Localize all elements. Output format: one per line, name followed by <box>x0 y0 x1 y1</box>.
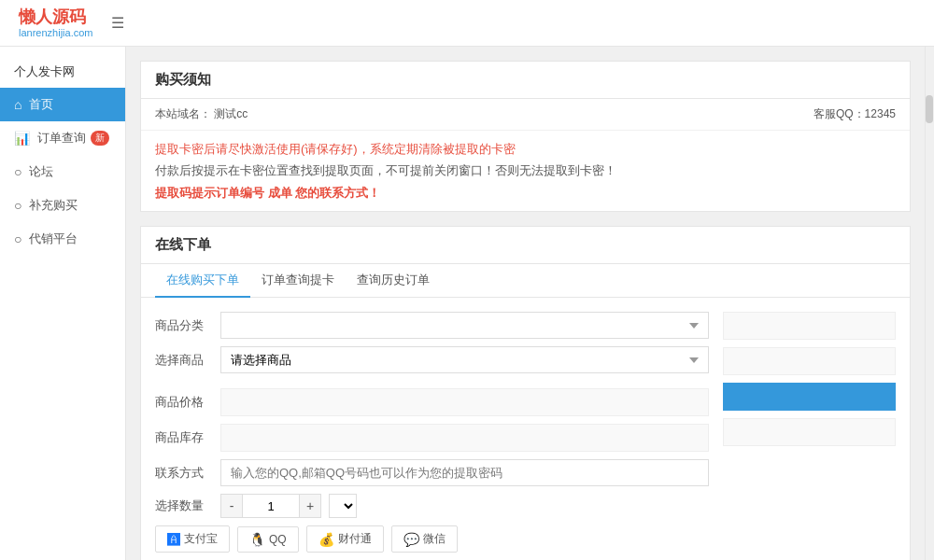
content-area: 购买须知 本站域名： 测试cc 客服QQ：12345 提取卡密后请尽快激活使用(… <box>126 47 925 560</box>
contact-input[interactable] <box>220 459 709 486</box>
sidebar-item-label: 代销平台 <box>29 231 78 247</box>
alipay-label: 支付宝 <box>184 531 218 547</box>
main-layout: 个人发卡网 ⌂ 首页 📊 订单查询 新 ○ 论坛 ○ 补充购买 ○ 代销平台 购… <box>0 47 934 560</box>
sidebar-item-orders[interactable]: 📊 订单查询 新 <box>0 121 125 155</box>
wechat-label: 微信 <box>423 531 446 547</box>
ttypay-btn[interactable]: 💰 财付通 <box>306 525 384 553</box>
order-section-title: 在线下单 <box>141 227 910 264</box>
notice-highlight1: 提取码提示订单编号 成单 您的联系方式！ <box>155 182 896 203</box>
sidebar-item-label: 论坛 <box>29 163 53 180</box>
contact-row: 联系方式 <box>155 459 709 486</box>
forum-icon: ○ <box>14 164 21 179</box>
wechat-btn[interactable]: 💬 微信 <box>391 525 458 553</box>
category-select[interactable] <box>220 312 709 339</box>
payment-row: 🅰 支付宝 🐧 QQ 💰 财付通 💬 微 <box>155 525 709 553</box>
site-value: 测试cc <box>214 107 248 120</box>
alipay-btn[interactable]: 🅰 支付宝 <box>155 525 230 553</box>
notice-title: 购买须知 <box>141 62 910 99</box>
product-select[interactable]: 请选择商品 <box>220 346 709 373</box>
qty-label: 选择数量 <box>155 497 220 514</box>
product-label: 选择商品 <box>155 352 220 369</box>
notice-section: 购买须知 本站域名： 测试cc 客服QQ：12345 提取卡密后请尽快激活使用(… <box>140 61 911 212</box>
resale-icon: ○ <box>14 231 21 246</box>
supplement-icon: ○ <box>14 198 21 213</box>
sidebar-item-label: 订单查询 <box>37 130 86 147</box>
qty-unit-select[interactable] <box>329 494 357 518</box>
menu-icon[interactable]: ☰ <box>111 14 124 32</box>
alipay-icon: 🅰 <box>167 532 180 547</box>
qq-btn[interactable]: 🐧 QQ <box>237 526 299 553</box>
right-input2 <box>723 347 896 375</box>
site-label: 本站域名： <box>155 107 211 120</box>
sidebar-item-home[interactable]: ⌂ 首页 <box>0 88 125 121</box>
sidebar-item-forum[interactable]: ○ 论坛 <box>0 155 125 189</box>
notice-info1: 付款后按提示在卡密位置查找到提取页面，不可提前关闭窗口！否则无法提取到卡密！ <box>155 160 896 181</box>
qty-minus-btn[interactable]: - <box>220 494 243 518</box>
qty-plus-btn[interactable]: + <box>299 494 321 518</box>
chart-icon: 📊 <box>14 131 30 146</box>
tab-check-order[interactable]: 订单查询提卡 <box>250 264 346 298</box>
scrollbar[interactable] <box>925 47 934 560</box>
sidebar-item-resale[interactable]: ○ 代销平台 <box>0 222 125 256</box>
contact-label: 联系方式 <box>155 465 220 482</box>
notice-info-bar: 本站域名： 测试cc 客服QQ：12345 <box>141 99 910 131</box>
site-name-label: 本站域名： 测试cc <box>155 106 248 122</box>
order-section: 在线下单 在线购买下单 订单查询提卡 查询历史订单 <box>140 226 911 560</box>
sidebar: 个人发卡网 ⌂ 首页 📊 订单查询 新 ○ 论坛 ○ 补充购买 ○ 代销平台 <box>0 47 126 560</box>
home-icon: ⌂ <box>14 97 21 112</box>
price-value <box>220 388 709 416</box>
right-input1 <box>723 312 896 340</box>
scroll-thumb[interactable] <box>926 95 933 123</box>
notice-text-block: 提取卡密后请尽快激活使用(请保存好)，系统定期清除被提取的卡密 付款后按提示在卡… <box>141 131 910 211</box>
qty-input[interactable] <box>243 494 299 518</box>
orders-badge: 新 <box>91 131 109 146</box>
sidebar-item-label: 补充购买 <box>29 197 78 214</box>
sidebar-item-supplement[interactable]: ○ 补充购买 <box>0 189 125 222</box>
stock-label: 商品库存 <box>155 429 220 446</box>
qq-label: QQ <box>269 533 287 546</box>
sidebar-section-title: 个人发卡网 <box>0 56 125 88</box>
logo: 懒人源码 lanrenzhijia.com <box>19 7 92 39</box>
qq-info: 客服QQ：12345 <box>814 106 896 122</box>
price-row: 商品价格 <box>155 388 709 416</box>
qq-icon: 🐧 <box>249 532 265 547</box>
header: 懒人源码 lanrenzhijia.com ☰ <box>0 0 934 47</box>
price-label: 商品价格 <box>155 394 220 411</box>
wechat-icon: 💬 <box>403 532 419 547</box>
logo-main: 懒人源码 <box>19 7 92 28</box>
logo-sub: lanrenzhijia.com <box>19 27 92 38</box>
tab-online-buy[interactable]: 在线购买下单 <box>155 264 250 298</box>
tab-history[interactable]: 查询历史订单 <box>346 264 441 298</box>
qty-controls: - + <box>220 494 321 518</box>
stock-row: 商品库存 <box>155 424 709 452</box>
right-input3 <box>723 418 896 446</box>
notice-warn1: 提取卡密后请尽快激活使用(请保存好)，系统定期清除被提取的卡密 <box>155 138 896 160</box>
qty-row: 选择数量 - + <box>155 494 709 518</box>
order-tabs: 在线购买下单 订单查询提卡 查询历史订单 <box>141 264 910 298</box>
stock-value <box>220 424 709 452</box>
order-form-area: 商品分类 选择商品 请选择商品 <box>141 298 910 560</box>
order-right-panel <box>723 312 896 560</box>
product-row: 选择商品 请选择商品 <box>155 346 709 373</box>
ttypay-label: 财付通 <box>338 531 372 547</box>
ttypay-icon: 💰 <box>318 532 334 547</box>
category-label: 商品分类 <box>155 317 220 334</box>
category-row: 商品分类 <box>155 312 709 339</box>
right-confirm-btn[interactable] <box>723 383 896 411</box>
order-form-left: 商品分类 选择商品 请选择商品 <box>155 312 709 560</box>
sidebar-item-label: 首页 <box>29 96 53 113</box>
